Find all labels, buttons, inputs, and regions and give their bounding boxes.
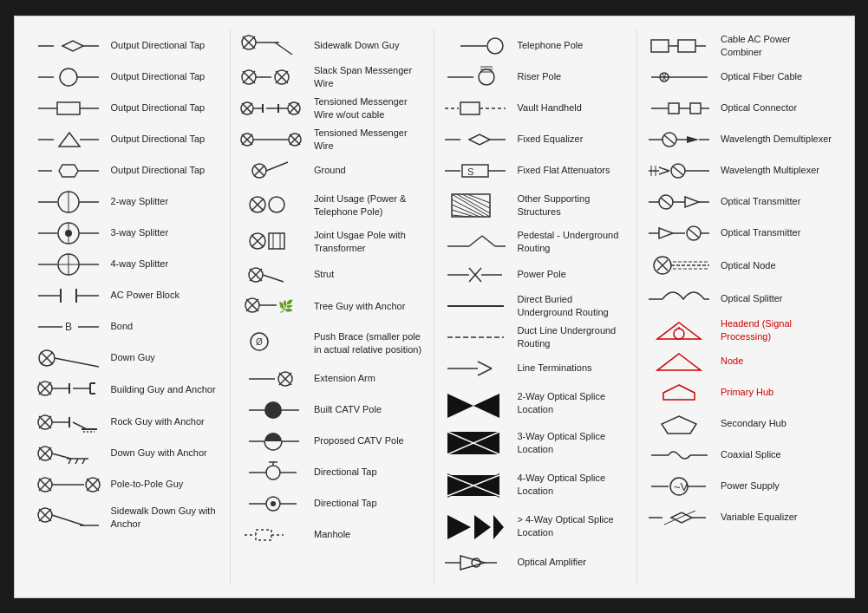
ac-power-block-symbol — [35, 284, 104, 308]
label: Built CATV Pole — [314, 403, 382, 415]
svg-point-4 — [60, 68, 77, 86]
splitter-4way-symbol — [35, 252, 104, 277]
output-tap-triangle-symbol — [35, 127, 104, 152]
svg-marker-226 — [687, 136, 699, 143]
directional-tap-2-symbol — [238, 492, 307, 516]
list-item: Wavelength Multiplexer — [644, 158, 834, 184]
list-item: 4-Way Optical Splice Location — [441, 466, 630, 503]
svg-marker-260 — [663, 385, 695, 400]
label: Headend (Signal Processing) — [721, 317, 834, 342]
svg-text:S: S — [467, 166, 473, 177]
label: Power Pole — [518, 268, 566, 280]
list-item: Telephone Pole — [441, 33, 630, 59]
label: Variable Equalizer — [721, 511, 797, 523]
svg-text:🌿: 🌿 — [278, 299, 294, 314]
label: Coaxial Splice — [721, 448, 781, 460]
label: Strut — [314, 268, 334, 280]
tree-guy-anchor-symbol: 🌿 — [238, 293, 307, 321]
svg-point-148 — [271, 501, 276, 506]
column-4: Cable AC Power Combiner Optical Fiber Ca… — [637, 29, 841, 584]
svg-rect-218 — [669, 103, 679, 114]
column-3: Telephone Pole Riser Pole Vault Handheld… — [434, 29, 638, 584]
svg-rect-118 — [269, 233, 284, 249]
proposed-catv-pole-symbol — [238, 429, 307, 453]
splice-3way-symbol — [441, 425, 511, 461]
label: Optical Transmitter — [721, 195, 800, 207]
down-guy-anchor-symbol — [35, 441, 104, 466]
list-item: B Bond — [35, 314, 224, 340]
list-item: Secondary Hub — [644, 411, 834, 437]
push-brace-symbol: Ø — [238, 326, 307, 361]
directional-tap-1-symbol — [238, 460, 307, 485]
list-item: Ø Push Brace (smaller pole in actual rel… — [238, 326, 427, 361]
svg-line-180 — [469, 236, 482, 246]
list-item: Strut — [238, 262, 427, 288]
label: Line Terminations — [518, 362, 592, 374]
svg-line-181 — [482, 236, 495, 246]
svg-rect-151 — [256, 530, 271, 540]
output-tap-diamond-symbol — [35, 34, 104, 58]
svg-line-54 — [73, 422, 87, 429]
list-item: Directional Tap — [238, 460, 427, 486]
optical-connector-symbol — [644, 96, 714, 121]
label: Optical Amplifier — [518, 556, 586, 568]
svg-text:Ø: Ø — [256, 337, 263, 347]
list-item: Vault Handheld — [441, 95, 630, 121]
svg-rect-209 — [651, 40, 669, 52]
list-item: Primary Hub — [644, 380, 834, 406]
label: Tree Guy with Anchor — [314, 300, 405, 312]
column-1: Output Directional Tap Output Directiona… — [28, 29, 232, 584]
headend-symbol — [644, 318, 714, 342]
list-item: Optical Connector — [644, 95, 834, 121]
svg-marker-261 — [662, 416, 696, 434]
label: Output Directional Tap — [111, 39, 206, 51]
list-item: Ground — [238, 158, 427, 184]
list-item: Slack Span Messenger Wire — [238, 64, 427, 90]
svg-marker-206 — [460, 556, 485, 570]
label: Directional Tap — [314, 466, 377, 478]
splice-2way-symbol — [441, 387, 511, 420]
label: 2-Way Optical Splice Location — [518, 390, 630, 415]
list-item: Down Guy with Anchor — [35, 440, 224, 466]
list-item: Output Directional Tap — [35, 95, 224, 121]
splice-gt4way-symbol — [441, 508, 511, 545]
svg-line-224 — [664, 135, 675, 144]
svg-rect-220 — [690, 103, 701, 114]
label: Output Directional Tap — [111, 164, 206, 176]
list-item: Optical Fiber Cable — [644, 64, 834, 90]
label: Wavelength Demultiplexer — [721, 133, 832, 145]
svg-marker-193 — [473, 394, 499, 418]
list-item: Duct Line Underground Routing — [441, 324, 630, 350]
label: Fixed Equalizer — [518, 133, 584, 145]
list-item: Coaxial Splice — [644, 442, 834, 468]
svg-line-60 — [52, 453, 71, 459]
svg-rect-161 — [460, 102, 480, 114]
down-guy-symbol — [35, 346, 104, 370]
list-item: Power Pole — [441, 262, 630, 288]
svg-line-124 — [263, 275, 284, 282]
svg-marker-203 — [474, 515, 491, 539]
label: Down Guy with Anchor — [111, 447, 207, 459]
telephone-pole-symbol — [441, 34, 511, 58]
label: Telephone Pole — [518, 39, 584, 51]
list-item: Sidewalk Down Guy — [238, 33, 427, 59]
coaxial-splice-symbol — [644, 443, 714, 467]
svg-rect-211 — [678, 40, 695, 52]
label: Optical Splitter — [721, 292, 783, 304]
label: Riser Pole — [518, 70, 562, 82]
label: Output Directional Tap — [111, 101, 206, 114]
list-item: 3-way Splitter — [35, 220, 224, 246]
other-supporting-symbol — [441, 189, 511, 222]
list-item: S Fixed Flat Attenuators — [441, 158, 630, 184]
label: Wavelength Multiplexer — [721, 164, 819, 176]
list-item: Output Directional Tap — [35, 64, 224, 90]
primary-hub-symbol — [644, 381, 714, 405]
svg-point-257 — [674, 329, 684, 339]
svg-line-81 — [275, 42, 292, 55]
svg-marker-240 — [685, 197, 699, 207]
list-item: Rock Guy with Anchor — [35, 409, 224, 435]
variable-equalizer-symbol — [644, 505, 714, 530]
svg-marker-243 — [659, 228, 673, 238]
pedestal-underground-symbol — [441, 227, 511, 257]
list-item: Proposed CATV Pole — [238, 428, 427, 454]
